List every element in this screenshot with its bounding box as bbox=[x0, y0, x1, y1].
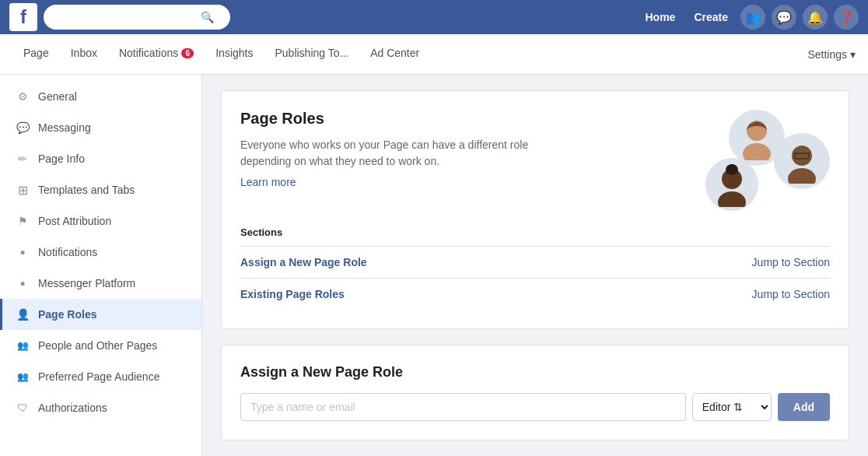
assign-jump-link[interactable]: Jump to Section bbox=[752, 256, 830, 268]
bell-icon: 🔔 bbox=[807, 10, 823, 25]
person-icon: 👤 bbox=[15, 307, 30, 322]
learn-more-link[interactable]: Learn more bbox=[240, 176, 296, 188]
audience-icon: 👥 bbox=[15, 369, 30, 384]
svg-point-10 bbox=[728, 164, 736, 170]
assign-role-title: Assign a New Page Role bbox=[240, 364, 830, 381]
shield-icon: 🛡 bbox=[15, 400, 30, 416]
sidebar-item-general[interactable]: ⚙ General bbox=[0, 81, 201, 112]
page-roles-title: Page Roles bbox=[240, 110, 567, 128]
top-nav-right: Home Create 👥 💬 🔔 ❓ bbox=[639, 5, 859, 30]
messenger-platform-icon: ● bbox=[15, 275, 30, 291]
page-nav-adcenter[interactable]: Ad Center bbox=[359, 34, 430, 75]
sidebar-label-page-info: Page Info bbox=[38, 153, 85, 165]
sidebar-label-preferred-audience: Preferred Page Audience bbox=[38, 370, 159, 383]
sidebar-item-authorizations[interactable]: 🛡 Authorizations bbox=[0, 392, 201, 423]
page-nav-bar: Page Inbox Notifications 6 Insights Publ… bbox=[0, 34, 868, 75]
assign-role-row: Editor ⇅ Admin Analyst Advertiser Modera… bbox=[240, 393, 830, 421]
page-nav-publishing-label: Publishing To... bbox=[275, 47, 348, 59]
search-bar: 🔍 bbox=[44, 5, 230, 30]
sidebar-label-notifications: Notifications bbox=[38, 246, 97, 258]
page-nav-notifications[interactable]: Notifications 6 bbox=[108, 34, 205, 75]
assign-role-input[interactable] bbox=[240, 393, 686, 421]
page-nav-notifications-label: Notifications bbox=[119, 47, 178, 59]
svg-point-8 bbox=[718, 191, 746, 207]
assign-role-card: Assign a New Page Role Editor ⇅ Admin An… bbox=[221, 345, 849, 440]
page-nav-insights-label: Insights bbox=[215, 47, 253, 59]
gear-icon: ⚙ bbox=[15, 89, 30, 104]
sidebar-item-page-roles[interactable]: 👤 Page Roles bbox=[0, 299, 201, 330]
page-nav-inbox[interactable]: Inbox bbox=[60, 34, 108, 75]
avatar-3 bbox=[705, 158, 758, 211]
avatar-1-svg bbox=[734, 115, 779, 160]
create-nav-button[interactable]: Create bbox=[688, 8, 734, 26]
people-icon-sidebar: 👥 bbox=[15, 338, 30, 353]
page-nav-publishing[interactable]: Publishing To... bbox=[264, 34, 359, 75]
help-nav-button[interactable]: ❓ bbox=[834, 5, 859, 30]
assign-section-row: Assign a New Page Role Jump to Section bbox=[240, 246, 830, 278]
existing-jump-link[interactable]: Jump to Section bbox=[752, 288, 830, 300]
sections-container: Sections Assign a New Page Role Jump to … bbox=[240, 226, 830, 310]
page-roles-header: Page Roles Everyone who works on your Pa… bbox=[240, 110, 830, 211]
sidebar-label-messaging: Messaging bbox=[38, 121, 91, 134]
avatar-2 bbox=[774, 133, 830, 189]
messaging-icon: 💬 bbox=[15, 120, 30, 135]
sidebar-label-authorizations: Authorizations bbox=[38, 402, 107, 414]
page-roles-text: Page Roles Everyone who works on your Pa… bbox=[240, 110, 567, 188]
avatar-group bbox=[705, 110, 830, 211]
existing-roles-link[interactable]: Existing Page Roles bbox=[240, 288, 345, 300]
avatar-3-svg bbox=[709, 162, 754, 207]
settings-nav-button[interactable]: Settings ▾ bbox=[807, 48, 856, 61]
svg-point-1 bbox=[743, 143, 771, 160]
grid-icon: ⊞ bbox=[15, 182, 30, 198]
notif-sidebar-icon: ● bbox=[15, 244, 30, 260]
messenger-icon: 💬 bbox=[776, 10, 792, 25]
assign-new-role-link[interactable]: Assign a New Page Role bbox=[240, 256, 367, 268]
top-nav-bar: f 🔍 Home Create 👥 💬 🔔 ❓ bbox=[0, 0, 868, 34]
notifications-badge: 6 bbox=[181, 48, 194, 58]
add-role-button[interactable]: Add bbox=[778, 393, 830, 421]
help-icon: ❓ bbox=[838, 10, 854, 25]
edit-icon: ✏ bbox=[15, 151, 30, 167]
page-roles-description: Everyone who works on your Page can have… bbox=[240, 137, 567, 170]
sidebar: ⚙ General 💬 Messaging ✏ Page Info ⊞ Temp… bbox=[0, 75, 202, 456]
page-nav-adcenter-label: Ad Center bbox=[370, 47, 419, 59]
sidebar-label-general: General bbox=[38, 90, 77, 103]
flag-icon: ⚑ bbox=[15, 213, 30, 229]
settings-chevron-icon: ▾ bbox=[850, 48, 856, 61]
sidebar-item-preferred-audience[interactable]: 👥 Preferred Page Audience bbox=[0, 361, 201, 392]
svg-point-3 bbox=[788, 168, 816, 184]
sidebar-item-templates-tabs[interactable]: ⊞ Templates and Tabs bbox=[0, 174, 201, 205]
sidebar-label-templates-tabs: Templates and Tabs bbox=[38, 184, 135, 196]
sidebar-item-messaging[interactable]: 💬 Messaging bbox=[0, 112, 201, 143]
sidebar-label-page-roles: Page Roles bbox=[38, 308, 96, 321]
sidebar-item-people-pages[interactable]: 👥 People and Other Pages bbox=[0, 330, 201, 361]
notifications-nav-button[interactable]: 🔔 bbox=[803, 5, 828, 30]
search-input[interactable] bbox=[53, 12, 201, 23]
page-nav-insights[interactable]: Insights bbox=[205, 34, 264, 75]
messenger-nav-button[interactable]: 💬 bbox=[772, 5, 796, 30]
main-content: Page Roles Everyone who works on your Pa… bbox=[202, 75, 868, 456]
page-nav-inbox-label: Inbox bbox=[71, 47, 97, 59]
home-nav-button[interactable]: Home bbox=[639, 8, 682, 26]
sidebar-label-people-pages: People and Other Pages bbox=[38, 339, 157, 352]
main-layout: ⚙ General 💬 Messaging ✏ Page Info ⊞ Temp… bbox=[0, 75, 868, 456]
sidebar-label-post-attribution: Post Attribution bbox=[38, 215, 111, 227]
settings-nav-label: Settings bbox=[807, 48, 847, 61]
people-icon: 👥 bbox=[745, 10, 761, 25]
avatar-2-svg bbox=[779, 139, 824, 184]
sidebar-item-page-info[interactable]: ✏ Page Info bbox=[0, 143, 201, 174]
page-nav-page-label: Page bbox=[23, 47, 49, 59]
page-roles-card: Page Roles Everyone who works on your Pa… bbox=[221, 90, 849, 329]
people-nav-button[interactable]: 👥 bbox=[740, 5, 765, 30]
sections-label: Sections bbox=[240, 226, 830, 238]
role-select[interactable]: Editor ⇅ Admin Analyst Advertiser Modera… bbox=[692, 393, 772, 421]
existing-roles-section-row: Existing Page Roles Jump to Section bbox=[240, 278, 830, 310]
sidebar-item-messenger-platform[interactable]: ● Messenger Platform bbox=[0, 268, 201, 299]
facebook-logo[interactable]: f bbox=[9, 3, 37, 31]
search-icon: 🔍 bbox=[201, 11, 214, 23]
page-nav-page[interactable]: Page bbox=[12, 34, 60, 75]
sidebar-item-post-attribution[interactable]: ⚑ Post Attribution bbox=[0, 205, 201, 237]
sidebar-label-messenger-platform: Messenger Platform bbox=[38, 277, 135, 289]
sidebar-item-notifications[interactable]: ● Notifications bbox=[0, 237, 201, 268]
